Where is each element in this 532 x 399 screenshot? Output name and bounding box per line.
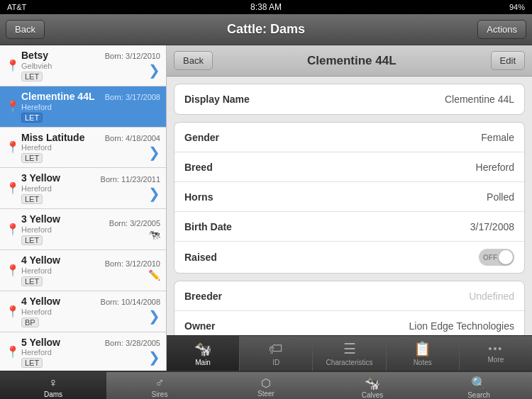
item-breed: Hereford [21,103,105,111]
bottom-tab-steer[interactable]: ⬡ Steer [213,372,319,399]
item-tag: LET [21,358,43,368]
item-right: Born: 11/23/2011❯ [101,175,160,202]
bottom-tab-calves-label: Calves [362,391,384,399]
horns-value: Polled [277,191,514,203]
chevron-icon[interactable]: ❯ [148,308,160,325]
pin-icon: 📍 [6,223,17,236]
gender-row: Gender Female [174,123,524,152]
item-tag-row: BP [21,317,101,327]
breeder-label: Breeder [184,291,277,302]
bottom-tab-calves[interactable]: 🐄 Calves [319,372,426,399]
actions-button[interactable]: Actions [477,20,526,39]
birth-date-value: 3/17/2008 [277,221,514,232]
item-tag-row: LET [21,194,101,204]
sidebar-item[interactable]: 📍3 YellowHerefordLETBorn: 11/23/2011❯ [0,168,166,209]
top-back-button[interactable]: Back [6,20,45,39]
item-tag: LET [21,72,43,82]
chevron-icon[interactable]: ❯ [148,185,160,202]
sidebar-item[interactable]: 📍5 YellowHerefordLETBorn: 3/28/2005❯ [0,332,166,371]
bottom-tabs: ♀ Dams ♂ Sires ⬡ Steer 🐄 Calves 🔍 Search [0,371,532,399]
dams-icon: ♀ [48,376,58,390]
item-name: Clementine 44L [21,91,105,103]
item-content: 4 YellowHerefordBP [21,296,101,327]
item-tag-row: LET [21,358,105,368]
pin-icon: 📍 [6,264,17,277]
item-tag-row: LET [21,72,105,82]
breed-value: Hereford [277,162,514,173]
gender-value: Female [277,132,514,143]
item-tag-row: LET [21,276,105,286]
item-right: Born: 3/17/2008❯ [105,93,160,120]
item-tag-row: LET [21,113,105,123]
bottom-tab-sires[interactable]: ♂ Sires [106,372,213,399]
raised-row: Raised OFF [174,242,524,273]
raised-toggle[interactable]: OFF [479,249,514,266]
breeder-value: Undefined [277,291,514,302]
chevron-icon[interactable]: ❯ [148,144,160,161]
sidebar-item[interactable]: 📍3 YellowHerefordLETBorn: 3/2/2005🐄 [0,209,166,250]
main-layout: 📍BetsyGelbviehLETBorn: 3/12/2010❯📍Clemen… [0,45,532,371]
item-name: Betsy [21,50,105,62]
detail-back-button[interactable]: Back [174,51,213,70]
sidebar-item[interactable]: 📍Clementine 44LHerefordLETBorn: 3/17/200… [0,86,166,128]
sidebar: 📍BetsyGelbviehLETBorn: 3/12/2010❯📍Clemen… [0,45,167,371]
tab-main[interactable]: 🐄 Main [167,336,240,371]
sidebar-item[interactable]: 📍4 YellowHerefordLETBorn: 3/12/2010✏️ [0,250,166,291]
tab-more[interactable]: ••• More [460,336,532,371]
battery: 94% [509,3,525,11]
tab-notes-label: Notes [414,359,432,366]
display-name-label: Display Name [184,94,277,105]
pencil-icon: ✏️ [148,269,160,281]
item-breed: Hereford [21,308,101,316]
bottom-tab-dams[interactable]: ♀ Dams [0,372,106,399]
birth-date-row: Birth Date 3/17/2008 [174,212,524,242]
ownership-group: Breeder Undefined Owner Lion Edge Techno… [174,281,525,335]
item-name: 5 Yellow [21,337,105,349]
owner-value: Lion Edge Technologies [277,320,514,332]
more-icon: ••• [489,343,504,354]
bottom-tab-sires-label: Sires [152,390,168,398]
calves-icon: 🐄 [365,376,380,391]
item-content: Miss LatitudeHerefordLET [21,132,105,164]
pin-icon: 📍 [6,345,17,359]
item-right: Born: 3/28/2005❯ [105,339,160,366]
item-born: Born: 3/12/2010 [105,52,160,60]
item-breed: Hereford [21,348,105,356]
display-name-row: Display Name Clementine 44L [174,84,524,114]
notes-icon: 📋 [414,340,431,357]
horns-row: Horns Polled [174,182,524,212]
edit-button[interactable]: Edit [491,51,525,70]
sub-tabs: 🐄 Main 🏷 ID ☰ Characteristics 📋 Notes ••… [167,335,532,371]
item-born: Born: 3/17/2008 [105,93,160,101]
tab-characteristics[interactable]: ☰ Characteristics [313,336,386,371]
sidebar-item[interactable]: 📍Miss LatitudeHerefordLETBorn: 4/18/2004… [0,128,166,169]
item-breed: Hereford [21,266,105,275]
tab-notes[interactable]: 📋 Notes [387,336,460,371]
item-born: Born: 3/12/2010 [105,259,160,268]
chevron-icon[interactable]: ❯ [148,349,160,366]
item-tag: LET [21,153,43,163]
item-name: 4 Yellow [21,296,101,308]
carrier: AT&T [7,3,26,11]
birth-date-label: Birth Date [184,221,277,232]
bio-group: Gender Female Breed Hereford Horns Polle… [174,122,525,274]
sidebar-item[interactable]: 📍BetsyGelbviehLETBorn: 3/12/2010❯ [0,45,166,86]
display-name-group: Display Name Clementine 44L [174,84,525,115]
bottom-tab-search[interactable]: 🔍 Search [426,372,532,399]
item-content: 3 YellowHerefordLET [21,213,109,245]
main-icon: 🐄 [194,340,212,357]
sidebar-item[interactable]: 📍4 YellowHerefordBPBorn: 10/14/2008❯ [0,291,166,332]
top-nav: Back Cattle: Dams Actions [0,14,532,45]
item-icons: 🐄 [148,229,160,240]
item-tag: LET [21,276,43,286]
item-born: Born: 4/18/2004 [105,134,160,142]
item-content: Clementine 44LHerefordLET [21,91,105,123]
detail-content: Display Name Clementine 44L Gender Femal… [167,77,532,335]
tab-id[interactable]: 🏷 ID [240,336,313,371]
display-name-value: Clementine 44L [277,94,514,105]
item-content: 5 YellowHerefordLET [21,337,105,369]
toggle-off-label: OFF [483,254,497,262]
chevron-icon[interactable]: ❯ [148,62,160,79]
chevron-icon[interactable]: ❯ [148,103,160,120]
item-breed: Hereford [21,225,109,234]
